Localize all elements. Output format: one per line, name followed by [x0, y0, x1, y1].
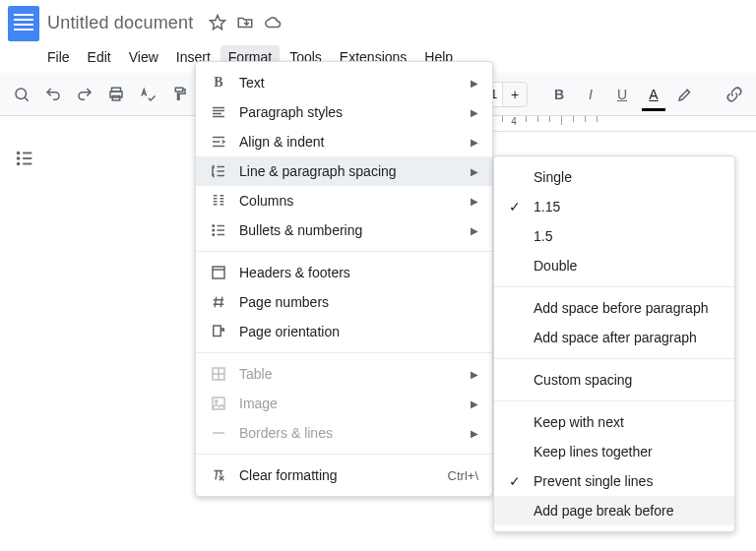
format-bullets-numbering[interactable]: Bullets & numbering▶ [196, 215, 492, 245]
line-spacing-submenu: Single✓1.151.5DoubleAdd space before par… [493, 155, 735, 532]
submenu-item-label: Add space after paragraph [534, 330, 721, 345]
menu-item-label: Text [239, 75, 459, 91]
svg-point-7 [18, 163, 20, 165]
docs-logo [8, 6, 39, 41]
spacing-double[interactable]: Double [494, 251, 734, 280]
bullets-icon [210, 221, 227, 239]
menu-item-label: Bullets & numbering [239, 222, 459, 238]
menu-item-label: Page numbers [239, 294, 478, 310]
outline-icon[interactable] [14, 148, 35, 172]
check-icon: ✓ [506, 473, 524, 489]
chevron-right-icon: ▶ [471, 78, 478, 89]
menu-item-label: Line & paragraph spacing [239, 163, 459, 179]
svg-rect-45 [213, 398, 224, 409]
text-color-button[interactable]: A [640, 81, 667, 108]
spacing-add-space-after-paragraph[interactable]: Add space after paragraph [494, 323, 734, 352]
move-icon[interactable] [236, 14, 254, 34]
format-page-numbers[interactable]: Page numbers [196, 287, 492, 317]
svg-point-46 [216, 400, 218, 402]
format-menu-dropdown: BText▶Paragraph styles▶Align & indent▶Li… [195, 61, 493, 497]
spacing-keep-lines-together[interactable]: Keep lines together [494, 437, 734, 466]
table-icon [210, 365, 227, 383]
star-icon[interactable] [209, 14, 226, 34]
submenu-item-label: Custom spacing [534, 372, 721, 388]
menu-item-label: Image [239, 396, 459, 411]
check-icon: ✓ [506, 199, 524, 214]
format-paragraph-styles[interactable]: Paragraph styles▶ [196, 97, 492, 127]
menu-edit[interactable]: Edit [80, 45, 119, 69]
menu-file[interactable]: File [39, 45, 78, 69]
svg-point-6 [18, 157, 20, 159]
submenu-item-label: Keep with next [534, 414, 721, 430]
spacing-add-page-break-before[interactable]: Add page break before [494, 496, 734, 525]
chevron-right-icon: ▶ [471, 398, 478, 409]
align-icon [210, 133, 227, 151]
search-icon[interactable] [8, 81, 35, 108]
svg-point-5 [18, 153, 20, 154]
link-icon[interactable] [721, 81, 748, 108]
format-text[interactable]: BText▶ [196, 68, 492, 97]
spacing-icon [210, 162, 227, 180]
chevron-right-icon: ▶ [471, 369, 478, 380]
shortcut-label: Ctrl+\ [448, 468, 478, 483]
chevron-right-icon: ▶ [471, 107, 478, 118]
spacing-custom-spacing[interactable]: Custom spacing [494, 365, 734, 395]
submenu-item-label: Single [534, 169, 721, 185]
document-title[interactable]: Untitled document [47, 13, 193, 32]
menu-view[interactable]: View [121, 45, 166, 69]
italic-button[interactable]: I [577, 81, 604, 108]
menu-item-label: Borders & lines [239, 425, 459, 441]
format-borders-lines: Borders & lines▶ [196, 418, 492, 448]
chevron-right-icon: ▶ [471, 225, 478, 236]
hash-icon [210, 293, 227, 311]
format-clear-formatting[interactable]: Clear formattingCtrl+\ [196, 460, 492, 490]
print-icon[interactable] [102, 81, 130, 108]
para-icon [210, 103, 227, 121]
menu-item-label: Page orientation [239, 324, 478, 339]
format-line-paragraph-spacing[interactable]: Line & paragraph spacing▶ [196, 156, 492, 186]
menu-item-label: Headers & footers [239, 265, 478, 280]
menu-item-label: Align & indent [239, 134, 459, 150]
spacing-1.5[interactable]: 1.5 [494, 221, 734, 251]
format-columns[interactable]: Columns▶ [196, 186, 492, 215]
format-table: Table▶ [196, 359, 492, 389]
spacing-single[interactable]: Single [494, 162, 734, 192]
submenu-item-label: Add space before paragraph [534, 300, 721, 316]
orient-icon [210, 323, 227, 340]
spacing-prevent-single-lines[interactable]: ✓Prevent single lines [494, 466, 734, 496]
submenu-item-label: 1.5 [534, 228, 721, 244]
undo-icon[interactable] [39, 81, 67, 108]
underline-button[interactable]: U [608, 81, 636, 108]
image-icon [210, 395, 227, 412]
chevron-right-icon: ▶ [471, 428, 478, 439]
format-headers-footers[interactable]: Headers & footers [196, 258, 492, 287]
submenu-item-label: Prevent single lines [534, 473, 721, 489]
spacing-add-space-before-paragraph[interactable]: Add space before paragraph [494, 293, 734, 323]
spacing-1.15[interactable]: ✓1.15 [494, 192, 734, 221]
spacing-keep-with-next[interactable]: Keep with next [494, 407, 734, 437]
format-page-orientation[interactable]: Page orientation [196, 317, 492, 346]
svg-rect-35 [213, 267, 224, 278]
highlight-icon[interactable] [671, 81, 699, 108]
svg-marker-0 [211, 16, 225, 30]
svg-line-39 [215, 297, 217, 308]
svg-point-29 [213, 225, 215, 227]
font-size-plus[interactable]: + [503, 87, 527, 102]
ruler-label: 4 [511, 116, 517, 127]
svg-point-30 [213, 229, 215, 231]
paint-format-icon[interactable] [165, 81, 193, 108]
clear-icon [210, 466, 227, 484]
svg-rect-41 [214, 326, 221, 337]
format-align-indent[interactable]: Align & indent▶ [196, 127, 492, 156]
bold-button[interactable]: B [545, 81, 573, 108]
cloud-icon[interactable] [264, 14, 282, 34]
chevron-right-icon: ▶ [471, 137, 478, 148]
redo-icon[interactable] [71, 81, 98, 108]
spellcheck-icon[interactable] [134, 81, 161, 108]
chevron-right-icon: ▶ [471, 166, 478, 177]
submenu-item-label: Add page break before [534, 503, 721, 519]
svg-point-1 [16, 89, 27, 99]
format-image: Image▶ [196, 389, 492, 418]
svg-point-31 [213, 234, 215, 236]
columns-icon [210, 192, 227, 210]
